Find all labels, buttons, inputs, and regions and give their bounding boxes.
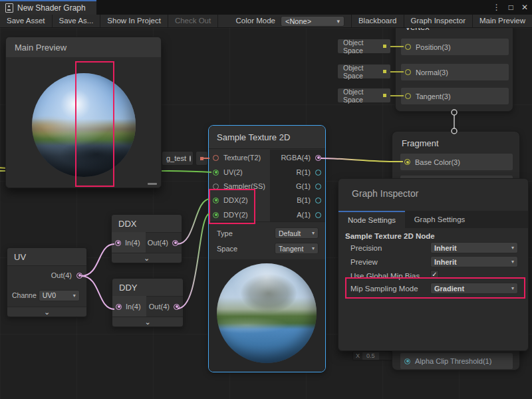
close-icon[interactable]: ✕ [521,0,528,15]
chevron-down-icon: ⌄ [144,319,150,325]
node-settings-section-title: Sample Texture 2D Node [345,232,435,240]
preview-value: Inherit [434,258,457,266]
sampler-in-port[interactable] [213,184,219,190]
wire-ddxout-to-ddx2[interactable] [178,199,210,244]
check-icon: ✓ [432,271,437,278]
ddy-in-label: In(4) [126,303,141,311]
object-space-label: Object Space [343,64,383,80]
alpha-clip-default-chip[interactable]: X 0.5 [352,351,394,360]
ddx-out-port[interactable] [172,240,178,246]
menu-icon[interactable]: ⋮ [493,0,501,15]
show-in-project-button[interactable]: Show In Project [100,15,168,27]
ddy-node[interactable]: DDY In(4) Out(4) ⌄ [112,278,184,327]
b-out-port[interactable] [315,198,321,203]
rgba-out-port[interactable] [315,155,321,161]
resize-handle[interactable] [148,183,157,185]
ddy-in-port2[interactable] [213,212,219,218]
graph-inspector-panel[interactable]: Graph Inspector Node Settings Graph Sett… [338,178,529,351]
normal-port-label: Normal(3) [416,68,448,76]
space-wire-stub [390,46,404,47]
ddx-node[interactable]: DDX In(4) Out(4) ⌄ [111,214,182,263]
inspector-tabs: Node Settings Graph Settings [338,211,528,228]
tab-node-settings[interactable]: Node Settings [338,211,405,228]
ddy-out-port[interactable] [174,304,180,310]
ddy-out-label: Out(4) [149,303,170,311]
save-as-button[interactable]: Save As... [53,15,101,27]
r-out-label: R(1) [297,168,311,176]
main-preview-header[interactable]: Main Preview [6,37,161,58]
dropdown-arrow-icon: ▾ [73,293,76,299]
vertex-node[interactable]: Vertex Position(3) Normal(3) Tangent(3) [395,28,513,112]
texture-preview-sphere [217,263,317,363]
ddx-ports-row: In(4) Out(4) [112,232,182,253]
g-out-port[interactable] [315,184,321,190]
uv-collapse-button[interactable]: ⌄ [7,307,86,317]
main-preview-toggle-button[interactable]: Main Preview [472,15,532,27]
tab-graph-settings[interactable]: Graph Settings [405,211,474,228]
uv-in-label: UV(2) [223,168,243,176]
object-space-chip-tangent[interactable]: Object Space [338,88,390,102]
r-out-port[interactable] [315,170,321,176]
check-out-button: Check Out [168,15,218,27]
mip-bias-row: Use Global Mip Bias ✓ [350,270,520,281]
type-row: Type Default ▾ [217,227,319,239]
uv-node[interactable]: UV Out(4) Channe UV0 ▾ ⌄ [7,247,87,317]
graph-inspector-toggle-button[interactable]: Graph Inspector [404,15,472,27]
b-out-label: B(1) [297,196,311,204]
precision-dropdown[interactable]: Inherit ▾ [430,242,518,253]
preview-row: Preview Inherit ▾ [350,256,520,267]
color-mode-dropdown[interactable]: <None> ▾ [281,16,344,27]
base-color-port[interactable] [404,159,410,165]
texture-in-port[interactable] [213,155,219,161]
mip-mode-dropdown[interactable]: Gradient ▾ [430,283,518,294]
main-preview-panel[interactable]: Main Preview [5,37,162,188]
graph-canvas[interactable]: Vertex Position(3) Normal(3) Tangent(3) … [0,28,532,399]
a-out-label: A(1) [297,211,311,219]
preview-dropdown[interactable]: Inherit ▾ [430,256,518,267]
mip-bias-checkbox[interactable]: ✓ [430,270,439,279]
g-output-row: G(1) [296,180,321,193]
type-dropdown[interactable]: Default ▾ [275,227,319,239]
dropdown-arrow-icon: ▾ [511,259,514,265]
window-controls: ⋮ □ ✕ [493,0,528,15]
ddx-collapse-button[interactable]: ⌄ [112,253,182,263]
tab-new-shader-graph[interactable]: New Shader Graph [0,0,96,15]
alpha-clip-port-label: Alpha Clip Threshold(1) [415,357,491,365]
uv-out-port[interactable] [76,273,82,279]
uv-in-port[interactable] [213,170,219,176]
maximize-icon[interactable]: □ [509,0,513,15]
chevron-down-icon: ⌄ [144,255,150,261]
a-out-port[interactable] [315,212,321,218]
ddx-in-port[interactable] [115,240,121,246]
object-space-chip-position[interactable]: Object Space [338,39,390,53]
dropdown-arrow-icon: ▾ [511,245,514,251]
uv-channel-dropdown[interactable]: UV0 ▾ [39,290,80,301]
vertex-port-position: Position(3) [401,39,509,55]
space-dropdown[interactable]: Tangent ▾ [275,243,319,254]
chip-value-field[interactable]: 0.5 [362,352,379,360]
blackboard-toggle-button[interactable]: Blackboard [351,15,404,27]
graph-inspector-header[interactable]: Graph Inspector [338,179,528,199]
normal-port[interactable] [405,69,411,75]
sampler-input-row: Sampler(SS) [213,180,265,193]
property-node-output[interactable] [196,151,208,166]
save-asset-button[interactable]: Save Asset [0,15,53,27]
rgba-output-row: RGBA(4) [281,151,321,164]
ddy-collapse-button[interactable]: ⌄ [112,317,183,327]
ddx-in-port2[interactable] [213,198,219,203]
ddy-in-port[interactable] [116,304,122,310]
rgba-out-label: RGBA(4) [281,154,311,162]
property-node-g-test[interactable]: g_test [162,151,194,166]
position-port[interactable] [405,44,411,50]
tangent-port[interactable] [405,93,411,99]
alpha-clip-port[interactable] [404,358,410,364]
vertex-node-title: Vertex [405,28,430,32]
position-port-label: Position(3) [416,43,451,51]
property-name-label: g_test [166,154,186,162]
vertex-port-tangent: Tangent(3) [401,88,509,104]
object-space-chip-normal[interactable]: Object Space [338,65,390,78]
precision-value: Inherit [434,244,457,252]
wire-rgba-to-base-color[interactable] [321,158,403,162]
sample-texture-2d-node[interactable]: Sample Texture 2D Texture(T2) UV(2) Samp… [208,125,326,372]
exposed-property-icon [190,156,191,162]
